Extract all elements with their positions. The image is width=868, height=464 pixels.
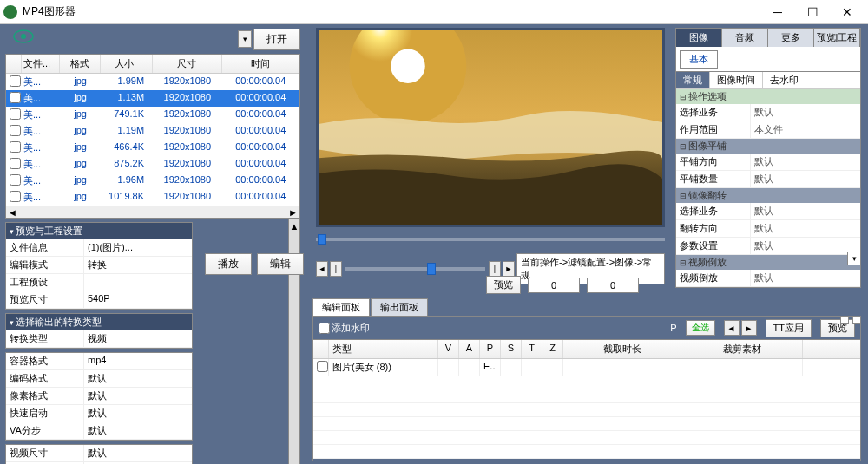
svg-point-1 [21,34,26,39]
row-checkbox[interactable] [10,191,21,202]
row-checkbox[interactable] [10,125,21,136]
property-group-header[interactable]: ⊟镜像翻转 [676,188,860,203]
ecol-v[interactable]: V [438,340,459,358]
row-checkbox[interactable] [10,92,21,103]
add-watermark-checkbox[interactable]: 添加水印 [319,322,370,335]
subtab-basic[interactable]: 基本 [680,50,718,69]
ecol-a[interactable]: A [459,340,480,358]
col-format[interactable]: 格式 [60,55,102,73]
property-row[interactable]: 编码格式默认 [6,370,192,388]
property-row[interactable]: 工程预设 [6,274,192,291]
maximize-button[interactable]: ☐ [795,3,830,22]
table-row[interactable]: 美...jpg 1019.8K1920x108000:00:00.04 [6,189,299,206]
row-checkbox[interactable] [10,108,21,120]
open-button[interactable]: 打开 [253,29,300,50]
edit-table[interactable]: 类型 V A P S T Z 截取时长 裁剪素材 图片(美女 (8)) E.. [313,339,860,459]
col-name[interactable]: 文件... [22,55,60,73]
file-table-hscroll[interactable]: ◄► [5,206,300,219]
svg-point-4 [391,49,425,83]
edit-table-row[interactable]: 图片(美女 (8)) E.. [313,359,860,376]
property-row[interactable]: 选择业务默认 [676,104,860,121]
seek-left-fast[interactable]: ◄ [316,261,328,277]
sec2-title: 选择输出的转换类型 [16,316,102,329]
property-row[interactable]: 平铺方向默认 [676,154,860,171]
ecol-type[interactable]: 类型 [329,340,438,358]
property-row[interactable]: 容器格式mp4 [6,353,192,370]
ecol-t[interactable]: T [522,340,542,358]
property-group-header[interactable]: ⊟视频倒放 [676,255,860,270]
property-row[interactable]: 作用范围本文件 [676,121,860,139]
row-checkbox[interactable] [10,141,21,153]
ecol-p[interactable]: P [480,340,501,358]
table-row[interactable]: 美...jpg 1.13M1920x108000:00:00.04 [6,90,299,107]
eye-icon [10,28,36,45]
table-row[interactable]: 美...jpg 749.1K1920x108000:00:00.04 [6,107,299,123]
preview-viewport[interactable] [316,28,665,227]
property-row[interactable]: 平铺数量默认 [676,171,860,188]
play-button[interactable]: 播放 [205,253,252,275]
property-row[interactable]: 视频倒放默认 [676,270,860,287]
property-row[interactable]: 转换类型视频 [6,330,192,348]
video-section: 视频尺寸默认视频帧率默认显示比例默认 [5,444,193,464]
row-checkbox[interactable] [10,158,21,169]
ecol-s[interactable]: S [501,340,522,358]
table-row[interactable]: 美...jpg 1.96M1920x108000:00:00.04 [6,173,299,189]
rtab-image[interactable]: 图像 [676,29,722,47]
row-checkbox[interactable] [10,75,21,87]
property-row[interactable]: 翻转方向默认 [676,220,860,238]
select-all-button[interactable]: 全选 [686,320,715,336]
erow-checkbox[interactable] [317,361,328,372]
col-time[interactable]: 时间 [222,55,299,73]
property-row[interactable]: 选择业务默认 [676,203,860,220]
file-table[interactable]: 文件... 格式 大小 尺寸 时间 美...jpg 1.99M1920x1080… [5,54,300,206]
property-row[interactable]: 像素格式默认 [6,388,192,405]
preview-seekbar[interactable] [316,232,665,246]
value-2[interactable]: 0 [587,278,639,293]
ptab-normal[interactable]: 常规 [676,72,710,88]
tt-apply-button[interactable]: TT应用 [766,319,812,337]
property-row[interactable]: 编辑模式转换 [6,257,192,274]
property-row[interactable]: 参数设置默认 [676,238,860,255]
col-dim[interactable]: 尺寸 [153,55,222,73]
nav-next[interactable]: ► [741,320,757,336]
col-size[interactable]: 大小 [101,55,153,73]
table-row[interactable]: 美...jpg 466.4K1920x108000:00:00.04 [6,140,299,156]
app-icon [3,5,17,19]
property-row[interactable]: VA分步默认 [6,422,192,440]
seek-right[interactable]: | [489,261,501,277]
ecol-z[interactable]: Z [542,340,563,358]
property-row[interactable]: 预览尺寸540P [6,291,192,309]
right-main-tabs: 图像 音频 更多 预览|工程 [675,28,861,48]
open-dropdown[interactable]: ▾ [238,30,252,48]
property-row[interactable]: 视频尺寸默认 [6,445,192,462]
tab-output-panel[interactable]: 输出面板 [371,298,428,316]
preview-button[interactable]: 预览 [486,276,521,294]
tab-edit-panel[interactable]: 编辑面板 [312,298,370,316]
seek-slider[interactable] [345,267,485,271]
sec1-title: 预览与工程设置 [16,225,82,238]
ecol-mat[interactable]: 裁剪素材 [681,340,803,358]
close-button[interactable]: ✕ [830,3,865,22]
ecol-dur[interactable]: 截取时长 [563,340,681,358]
edit-panel: 添加水印 P 全选 ◄ ► TT应用 预览 类型 V A P S T Z 截取时… [312,316,861,461]
ptab-dewatermark[interactable]: 去水印 [763,72,806,88]
property-row[interactable]: 文件信息(1)(图片)... [6,239,192,257]
nav-prev[interactable]: ◄ [724,320,740,336]
rtab-more[interactable]: 更多 [768,29,814,47]
table-row[interactable]: 美...jpg 1.19M1920x108000:00:00.04 [6,123,299,140]
rtab-preview-project[interactable]: 预览|工程 [814,29,860,47]
property-group-header[interactable]: ⊟操作选项 [676,89,860,104]
seek-right-fast[interactable]: ► [503,261,515,277]
ptab-image-time[interactable]: 图像时间 [710,72,763,88]
value-1[interactable]: 0 [528,278,580,293]
property-row[interactable]: 快速启动默认 [6,405,192,422]
minimize-button[interactable]: ─ [760,3,795,22]
edit-button[interactable]: 编辑 [257,253,304,275]
rtab-audio[interactable]: 音频 [722,29,768,47]
property-group-header[interactable]: ⊟图像平铺 [676,139,860,154]
seek-left[interactable]: | [330,261,342,277]
right-dropdown-icon[interactable]: ▾ [847,252,861,265]
row-checkbox[interactable] [10,174,21,186]
table-row[interactable]: 美...jpg 875.2K1920x108000:00:00.04 [6,156,299,173]
table-row[interactable]: 美...jpg 1.99M1920x108000:00:00.04 [6,74,299,90]
